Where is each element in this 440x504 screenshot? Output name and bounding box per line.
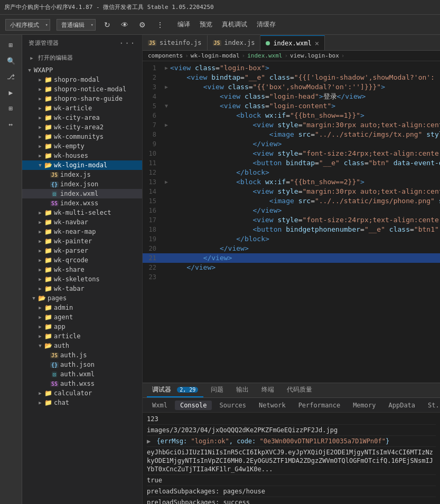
console-tab-performance[interactable]: Performance xyxy=(293,401,345,410)
console-line-4: eyJhbGciOiJIUzI1NiIsInR5cCI6IkpXVCJ9.eyJ… xyxy=(147,447,436,475)
sidebar-item-wk-communitys[interactable]: ▶ 📁 wk-communitys xyxy=(22,132,142,141)
sidebar-item-wk-houses[interactable]: ▶ 📁 wk-houses xyxy=(22,151,142,160)
code-line-8: 8 <image src="../../static/imgs/tx.png" … xyxy=(143,130,440,139)
sidebar-item-agent[interactable]: ▶ 📁 agent xyxy=(22,312,142,322)
console-tab-memory[interactable]: Memory xyxy=(348,401,381,410)
sidebar-item-wk-empty[interactable]: ▶ 📁 wk-empty xyxy=(22,141,142,151)
code-line-14: 14 <view style="margin:30rpx auto;text-a… xyxy=(143,187,440,196)
sidebar-item-auth-wxss[interactable]: SS auth.wxss xyxy=(22,379,142,388)
console-line-3[interactable]: ▶ {errMsg: "login:ok", code: "0e3Wn000vD… xyxy=(147,436,436,447)
extensions-icon-btn[interactable]: ⊞ xyxy=(3,101,19,115)
console-tab-sources[interactable]: Sources xyxy=(214,401,251,410)
sidebar-tree: 资源管理器 ··· ▶ 打开的编辑器 ▼ WXAPP ▶ xyxy=(22,35,142,504)
panel-tab-issues[interactable]: 问题 xyxy=(205,383,229,397)
bottom-panel-tabs: 调试器 2, 29 问题 输出 终端 代码质量 xyxy=(143,383,440,398)
code-line-4: 4 <view class="login-head">登录</view> xyxy=(143,92,440,101)
sidebar-item-index-json[interactable]: {} index.json xyxy=(22,179,142,189)
sidebar-label-shopro-modal: shopro-modal xyxy=(54,76,100,83)
sidebar-item-chat[interactable]: ▶ 📁 chat xyxy=(22,398,142,407)
code-line-17: 17 <view style="font-size:24rpx;text-ali… xyxy=(143,215,440,225)
sidebar-item-article[interactable]: ▶ 📁 article xyxy=(22,331,142,341)
search-icon-btn[interactable]: 🔍 xyxy=(3,54,19,68)
sidebar-item-auth-json[interactable]: {} auth.json xyxy=(22,360,142,369)
sidebar-item-wk-parser[interactable]: ▶ 📁 wk-parser xyxy=(22,246,142,255)
run-icon-btn[interactable]: ▶ xyxy=(3,85,19,99)
realtest-label[interactable]: 真机调试 xyxy=(222,20,247,29)
console-tab-console[interactable]: Console xyxy=(175,401,212,410)
sidebar-item-wk-city-area[interactable]: ▶ 📁 wk-city-area xyxy=(22,113,142,122)
panel-tab-codecheck[interactable]: 代码质量 xyxy=(282,383,317,397)
console-tab-storage[interactable]: St... xyxy=(423,401,440,410)
code-line-6: 6 <block wx:if="{{btn_show==1}}"> xyxy=(143,111,440,120)
sidebar-item-wk-skeletons[interactable]: ▶ 📁 wk-skeletons xyxy=(22,274,142,284)
panel-tab-terminal[interactable]: 终端 xyxy=(256,383,279,397)
open-editors-header[interactable]: ▶ 打开的编辑器 xyxy=(22,52,142,63)
more-icon-btn[interactable]: ⋮ xyxy=(154,20,166,30)
folder-icon: 📁 xyxy=(44,142,52,150)
sidebar-item-shopro-notice-modal[interactable]: ▶ 📁 shopro-notice-modal xyxy=(22,84,142,94)
sidebar-item-wk-share[interactable]: ▶ 📁 wk-share xyxy=(22,265,142,274)
preview-label[interactable]: 预览 xyxy=(200,20,212,29)
mode-dropdown[interactable]: 小程序模式 xyxy=(5,19,50,31)
sidebar-item-shopro-modal[interactable]: ▶ 📁 shopro-modal xyxy=(22,75,142,84)
code-line-1: 1 ▶ <view class="login-box"> xyxy=(143,63,440,73)
tab-siteinfo[interactable]: JS siteinfo.js xyxy=(143,35,208,50)
sidebar-item-index-wxml[interactable]: ⊡ index.wxml xyxy=(22,189,142,198)
folder-icon: 📁 xyxy=(44,209,52,216)
preview-icon-btn[interactable]: 👁 xyxy=(119,20,130,30)
code-line-16: 16 </view> xyxy=(143,206,440,215)
editor-dropdown[interactable]: 普通编辑 xyxy=(57,19,96,31)
main-layout: ⊞ 🔍 ⎇ ▶ ⊞ ↔ 资源管理器 ··· ▶ 打开的编辑器 xyxy=(0,35,440,504)
sidebar-item-index-wxss[interactable]: SS index.wxss xyxy=(22,198,142,208)
sidebar-header-dots[interactable]: ··· xyxy=(119,38,136,48)
save-label[interactable]: 清缓存 xyxy=(257,20,276,29)
sidebar-item-auth[interactable]: ▼ 📂 auth xyxy=(22,341,142,350)
tab-indexjs[interactable]: JS index.js xyxy=(208,35,261,50)
console-tab-wxml[interactable]: Wxml xyxy=(147,401,173,410)
console-tab-appdata[interactable]: AppData xyxy=(383,401,420,410)
tab-close-btn[interactable]: × xyxy=(315,40,319,47)
compile-label[interactable]: 编译 xyxy=(177,20,190,29)
sidebar-item-pages[interactable]: ▼ 📂 pages xyxy=(22,293,142,303)
sidebar-item-wk-city-area2[interactable]: ▶ 📁 wk-city-area2 xyxy=(22,122,142,132)
source-control-icon-btn[interactable]: ⎇ xyxy=(3,70,19,83)
sidebar-item-index-js[interactable]: JS index.js xyxy=(22,170,142,179)
sidebar-item-auth-wxml[interactable]: ⊡ auth.wxml xyxy=(22,369,142,379)
sidebar-item-app[interactable]: ▶ 📁 app xyxy=(22,322,142,331)
mode-dropdown-wrap[interactable]: 小程序模式 xyxy=(5,19,50,31)
sidebar-item-calculator[interactable]: ▶ 📁 calculator xyxy=(22,388,142,398)
sidebar-item-wxapp[interactable]: ▼ WXAPP xyxy=(22,65,142,75)
sidebar-item-wk-painter[interactable]: ▶ 📁 wk-painter xyxy=(22,236,142,246)
sidebar-item-shopro-share-guide[interactable]: ▶ 📁 shopro-share-guide xyxy=(22,94,142,103)
code-line-22: 22 </view> xyxy=(143,263,440,272)
code-line-13: 13 ▶ <block wx:if="{{btn_show==2}}"> xyxy=(143,177,440,187)
sidebar-item-wk-qrcode[interactable]: ▶ 📁 wk-qrcode xyxy=(22,255,142,265)
open-editors-section: ▶ 打开的编辑器 xyxy=(22,50,142,65)
expand-arrow[interactable]: ▶ xyxy=(147,438,151,445)
sidebar-item-auth-js[interactable]: JS auth.js xyxy=(22,350,142,360)
compile-icon-btn[interactable]: ↻ xyxy=(102,20,113,30)
sidebar-item-wk-near-map[interactable]: ▶ 📁 wk-near-map xyxy=(22,227,142,236)
editor-dropdown-wrap[interactable]: 普通编辑 xyxy=(57,19,96,31)
sidebar-item-wk-multi-select[interactable]: ▶ 📁 wk-multi-select xyxy=(22,208,142,217)
sidebar-item-wk-login-modal[interactable]: ▼ 📂 wk-login-modal xyxy=(22,160,142,170)
panel-tab-debugger-label: 调试器 xyxy=(152,386,171,393)
sidebar-label-article: article xyxy=(54,332,81,340)
sidebar-item-wk-navbar[interactable]: ▶ 📁 wk-navbar xyxy=(22,217,142,227)
wxapp-arrow: ▼ xyxy=(26,67,33,73)
sidebar-label-wk-article: wk-article xyxy=(54,104,92,112)
sidebar-item-wk-tabar[interactable]: ▶ 📁 wk-tabar xyxy=(22,284,142,293)
sidebar-item-admin[interactable]: ▶ 📁 admin xyxy=(22,303,142,312)
sidebar-label-auth: auth xyxy=(54,342,69,349)
panel-tab-output[interactable]: 输出 xyxy=(231,383,254,397)
sidebar-item-wk-article[interactable]: ▶ 📁 wk-article xyxy=(22,103,142,113)
more-sidebar-icon-btn[interactable]: ↔ xyxy=(3,117,19,131)
panel-tab-debugger[interactable]: 调试器 2, 29 xyxy=(147,383,203,397)
console-tab-network[interactable]: Network xyxy=(254,401,291,410)
folder-icon: 📁 xyxy=(44,313,52,321)
explorer-icon-btn[interactable]: ⊞ xyxy=(3,38,19,52)
code-editor[interactable]: 1 ▶ <view class="login-box"> 2 <view bin… xyxy=(143,61,440,383)
debug-icon-btn[interactable]: ⚙ xyxy=(137,20,148,30)
sidebar-label-wk-qrcode: wk-qrcode xyxy=(54,256,88,264)
tab-indexwxml[interactable]: index.wxml × xyxy=(260,35,325,50)
